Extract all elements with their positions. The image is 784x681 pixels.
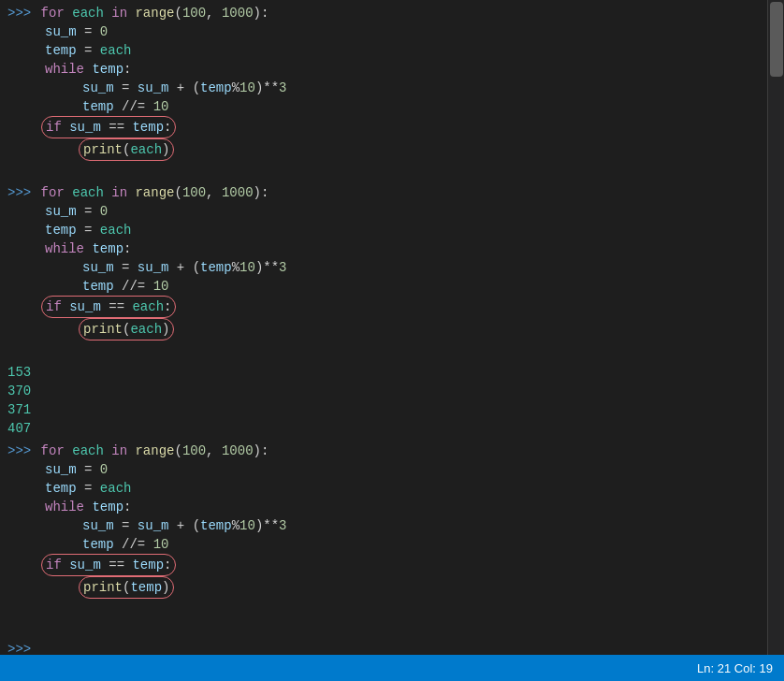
code-block-3: >>> for each in range(100, 1000): su_m =…	[0, 442, 767, 599]
output-section: 153 370 371 407	[0, 363, 767, 438]
final-prompt: >>>	[7, 640, 31, 655]
code-line: while temp:	[37, 239, 767, 258]
func-range: range	[135, 4, 174, 22]
code-line-circled: if su_m == temp:	[37, 116, 767, 138]
code-line: temp //= 10	[75, 277, 767, 296]
code-line: >>> for each in range(100, 1000):	[0, 442, 767, 460]
keyword-in: in	[111, 4, 127, 22]
keyword-for: for	[41, 4, 65, 22]
code-block-1: >>> for each in range(100, 1000): su_m =…	[0, 4, 767, 161]
code-line: su_m = 0	[37, 460, 767, 479]
code-line-circled: print(each)	[75, 138, 767, 161]
code-line-circled: print(temp)	[75, 576, 767, 599]
code-line-circled: print(each)	[75, 318, 767, 340]
prompt: >>>	[7, 183, 39, 202]
scrollbar[interactable]	[767, 0, 784, 655]
code-line: >>> for each in range(100, 1000):	[0, 4, 767, 22]
final-prompt-line: >>>	[0, 640, 767, 655]
code-editor[interactable]: >>> for each in range(100, 1000): su_m =…	[0, 0, 767, 655]
output-line: 407	[0, 419, 767, 438]
code-line: su_m = 0	[37, 22, 767, 41]
prompt: >>>	[7, 442, 39, 460]
code-line: su_m = 0	[37, 202, 767, 221]
code-line: temp //= 10	[75, 97, 767, 116]
circle-print-1: print(each)	[79, 138, 174, 161]
code-line: temp = each	[37, 221, 767, 239]
cursor-position: Ln: 21 Col: 19	[697, 661, 773, 675]
code-line: su_m = su_m + (temp%10)**3	[75, 258, 767, 277]
code-line-circled: if su_m == temp:	[37, 554, 767, 576]
status-bar: Ln: 21 Col: 19	[0, 655, 784, 681]
code-line-circled: if su_m == each:	[37, 296, 767, 318]
prompt: >>>	[7, 4, 39, 22]
output-line: 153	[0, 363, 767, 382]
var-each: each	[72, 4, 104, 22]
scrollbar-thumb[interactable]	[770, 2, 783, 77]
output-line: 371	[0, 400, 767, 419]
output-line: 370	[0, 382, 767, 400]
code-line: >>> for each in range(100, 1000):	[0, 183, 767, 202]
code-line: su_m = su_m + (temp%10)**3	[75, 79, 767, 97]
circle-if-2: if su_m == each:	[41, 296, 176, 318]
code-line: while temp:	[37, 60, 767, 79]
code-block-2: >>> for each in range(100, 1000): su_m =…	[0, 183, 767, 340]
code-line: temp //= 10	[75, 535, 767, 554]
editor-container[interactable]: >>> for each in range(100, 1000): su_m =…	[0, 0, 784, 681]
circle-if-3: if su_m == temp:	[41, 554, 176, 576]
code-line: while temp:	[37, 498, 767, 516]
circle-print-3: print(temp)	[79, 576, 174, 599]
code-line: temp = each	[37, 41, 767, 60]
code-line: temp = each	[37, 479, 767, 498]
circle-print-2: print(each)	[79, 318, 174, 340]
code-line: su_m = su_m + (temp%10)**3	[75, 516, 767, 535]
circle-if-1: if su_m == temp:	[41, 116, 176, 138]
